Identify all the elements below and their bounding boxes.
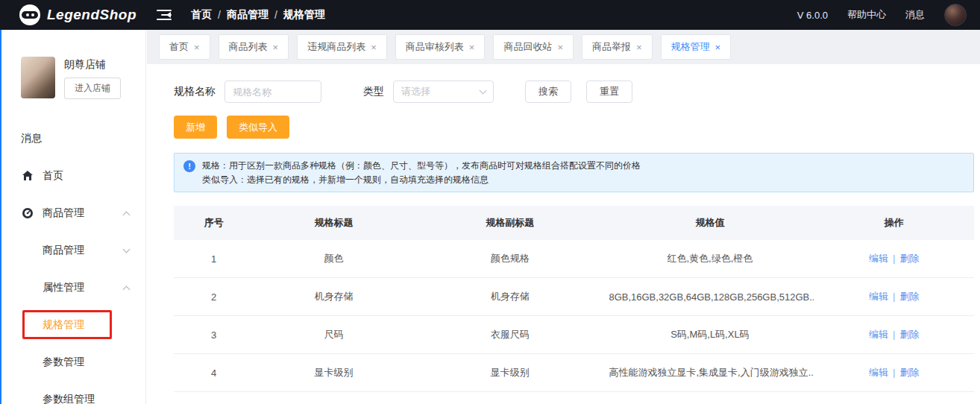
logo-owl-icon [19, 4, 40, 25]
sidebar-item-label: 属性管理 [43, 281, 84, 294]
similar-import-button[interactable]: 类似导入 [227, 116, 289, 139]
action-separator: | [893, 367, 895, 378]
cell-actions: 编辑|删除 [814, 354, 974, 392]
cell-title: 尺码 [254, 316, 414, 354]
sidebar-item-label: 商品管理 [43, 206, 84, 220]
shop-avatar [21, 57, 55, 98]
table-row: 2 机身存储 机身存储 8GB,16GB,32GB,64GB,128GB,256… [174, 278, 974, 316]
cell-index: 5 [174, 392, 254, 404]
cell-subtitle: 颜色规格 [414, 240, 606, 278]
type-select[interactable]: 请选择 [393, 81, 494, 103]
edit-link[interactable]: 编辑 [869, 253, 888, 264]
sidebar-item-home[interactable]: 首页 [1, 157, 145, 195]
tab-product-audit-list[interactable]: 商品审核列表 × [395, 34, 486, 60]
chevron-up-icon [123, 212, 131, 219]
action-bar: 新增 类似导入 [174, 116, 974, 139]
cell-subtitle: 衣服尺码 [414, 316, 606, 354]
logo[interactable]: LegendShop [0, 4, 146, 25]
action-separator: | [893, 291, 895, 302]
edit-link[interactable]: 编辑 [869, 367, 888, 378]
breadcrumb-separator: / [274, 9, 277, 21]
user-avatar[interactable] [944, 4, 967, 26]
sidebar-item-param-mgmt[interactable]: 参数管理 [1, 344, 145, 381]
table-row: 1 颜色 颜色规格 红色,黄色,绿色,橙色 编辑|删除 [174, 240, 974, 278]
home-icon [21, 170, 34, 183]
close-icon[interactable]: × [371, 42, 377, 53]
tab-spec-mgmt[interactable]: 规格管理 × [661, 34, 732, 60]
messages-link[interactable]: 消息 [905, 8, 925, 22]
table-header-row: 序号 规格标题 规格副标题 规格值 操作 [174, 206, 974, 240]
breadcrumb-item-product-mgmt[interactable]: 商品管理 [227, 8, 268, 22]
delete-link[interactable]: 删除 [899, 329, 919, 340]
sidebar-item-product-mgmt[interactable]: 商品管理 [1, 195, 145, 232]
edit-link[interactable]: 编辑 [869, 329, 888, 340]
enter-shop-button[interactable]: 进入店铺 [64, 78, 121, 99]
cell-values: 2GB,3GB,4GB,6GB,8GB,12GB [606, 392, 814, 404]
breadcrumb: 首页 / 商品管理 / 规格管理 [191, 8, 325, 22]
cell-actions: 编辑|删除 [814, 278, 974, 316]
sidebar-item-param-group-mgmt[interactable]: 参数组管理 [1, 381, 145, 404]
tab-home[interactable]: 首页 × [159, 34, 210, 60]
info-icon: ! [183, 160, 195, 172]
table-row: 4 显卡级别 显卡级别 高性能游戏独立显卡,集成显卡,入门级游戏独立... 编辑… [174, 354, 974, 392]
col-header-title: 规格标题 [254, 206, 414, 240]
cell-title: 显卡级别 [254, 354, 414, 392]
delete-link[interactable]: 删除 [899, 367, 919, 378]
delete-link[interactable]: 删除 [899, 291, 919, 302]
add-button[interactable]: 新增 [174, 116, 217, 139]
close-icon[interactable]: × [715, 42, 721, 53]
cell-index: 2 [174, 278, 254, 316]
tab-product-list[interactable]: 商品列表 × [219, 34, 289, 60]
filter-bar: 规格名称 类型 请选择 搜索 重置 [174, 81, 974, 103]
close-icon[interactable]: × [636, 42, 642, 53]
cell-subtitle: 运行内存 [414, 392, 606, 404]
edit-link[interactable]: 编辑 [869, 291, 888, 302]
tab-bar: 首页 × 商品列表 × 违规商品列表 × 商品审核列表 × 商品回收站 × 商品… [147, 30, 980, 64]
sidebar-item-label: 参数组管理 [43, 393, 95, 404]
sidebar-item-label: 规格管理 [1, 318, 84, 332]
sidebar: 朗尊店铺 进入店铺 消息 首页 商品管理 商品管理 属性管理 [0, 30, 146, 404]
breadcrumb-item-home[interactable]: 首页 [191, 8, 212, 22]
table-row: 3 尺码 衣服尺码 S码,M码,L码,XL码 编辑|删除 [174, 316, 974, 354]
delete-link[interactable]: 删除 [899, 253, 919, 264]
sidebar-item-attribute-mgmt[interactable]: 属性管理 [1, 269, 145, 306]
cell-index: 4 [174, 354, 254, 392]
tab-violation-product-list[interactable]: 违规商品列表 × [297, 34, 387, 60]
menu-fold-icon[interactable] [157, 10, 172, 20]
cell-subtitle: 机身存储 [414, 278, 606, 316]
cell-index: 1 [174, 240, 254, 278]
search-button[interactable]: 搜索 [525, 81, 571, 103]
top-header: LegendShop 首页 / 商品管理 / 规格管理 V 6.0.0 帮助中心… [0, 0, 980, 30]
close-icon[interactable]: × [194, 42, 200, 53]
sidebar-item-product-mgmt-sub[interactable]: 商品管理 [1, 232, 145, 269]
action-separator: | [893, 253, 895, 264]
breadcrumb-item-spec-mgmt[interactable]: 规格管理 [283, 8, 325, 22]
spec-table: 序号 规格标题 规格副标题 规格值 操作 1 颜色 颜色规格 红色,黄色,绿色,… [174, 206, 974, 404]
sidebar-item-spec-mgmt[interactable]: 规格管理 [1, 306, 145, 344]
main-content: 首页 × 商品列表 × 违规商品列表 × 商品审核列表 × 商品回收站 × 商品… [147, 30, 980, 404]
col-header-actions: 操作 [814, 206, 974, 240]
cell-actions: 编辑|删除 [814, 392, 974, 404]
close-icon[interactable]: × [469, 42, 475, 53]
info-line-1: 规格：用于区别一款商品多种规格（例：颜色、尺寸、型号等），发布商品时可对规格组合… [202, 159, 641, 173]
sidebar-item-messages[interactable]: 消息 [1, 120, 145, 157]
breadcrumb-separator: / [218, 9, 221, 21]
sidebar-item-label: 参数管理 [43, 356, 84, 369]
close-icon[interactable]: × [557, 42, 563, 53]
cell-values: S码,M码,L码,XL码 [606, 316, 814, 354]
spec-name-input[interactable] [224, 81, 321, 103]
tab-product-report[interactable]: 商品举报 × [582, 34, 653, 60]
cell-actions: 编辑|删除 [814, 316, 974, 354]
col-header-values: 规格值 [606, 206, 814, 240]
cell-title: 运行内存 [254, 392, 414, 404]
reset-button[interactable]: 重置 [586, 81, 632, 103]
sidebar-menu: 消息 首页 商品管理 商品管理 属性管理 规格管理 [1, 120, 145, 404]
close-icon[interactable]: × [273, 42, 279, 53]
spec-name-label: 规格名称 [174, 85, 216, 98]
help-center-link[interactable]: 帮助中心 [847, 8, 886, 22]
shop-name: 朗尊店铺 [64, 58, 121, 72]
cell-title: 颜色 [254, 240, 414, 278]
sidebar-item-label: 首页 [43, 169, 63, 183]
tab-product-recycle-bin[interactable]: 商品回收站 × [493, 34, 574, 60]
chevron-up-icon [123, 286, 131, 294]
